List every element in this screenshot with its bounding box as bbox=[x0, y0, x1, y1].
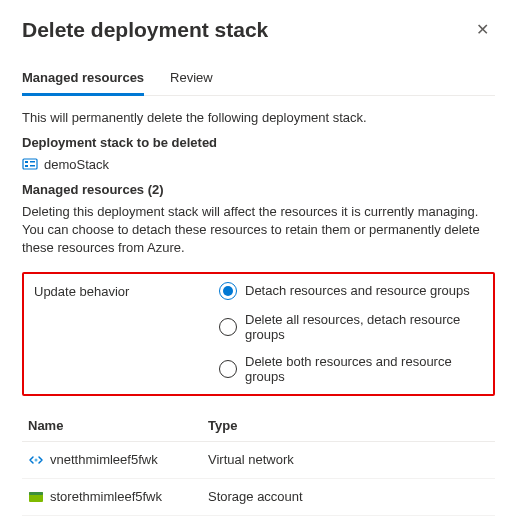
update-behavior-section: Update behavior Detach resources and res… bbox=[22, 272, 495, 396]
resource-name: storethmimleef5fwk bbox=[50, 489, 162, 504]
radio-delete-resources[interactable]: Delete all resources, detach resource gr… bbox=[219, 312, 483, 342]
update-behavior-label: Update behavior bbox=[34, 282, 219, 299]
radio-label: Delete both resources and resource group… bbox=[245, 354, 483, 384]
column-header-type[interactable]: Type bbox=[202, 410, 495, 442]
tab-review[interactable]: Review bbox=[170, 62, 213, 96]
stack-name: demoStack bbox=[44, 157, 109, 172]
svg-rect-2 bbox=[25, 165, 28, 167]
vnet-icon bbox=[28, 452, 44, 468]
stack-icon bbox=[22, 156, 38, 172]
intro-text: This will permanently delete the followi… bbox=[22, 110, 495, 125]
radio-group: Detach resources and resource groups Del… bbox=[219, 282, 483, 384]
resource-type: Storage account bbox=[202, 478, 495, 515]
svg-rect-1 bbox=[25, 161, 28, 163]
radio-icon bbox=[219, 318, 237, 336]
radio-icon bbox=[219, 282, 237, 300]
svg-rect-7 bbox=[29, 492, 43, 495]
page-title: Delete deployment stack bbox=[22, 18, 268, 42]
svg-rect-3 bbox=[30, 161, 35, 163]
description-text: Deleting this deployment stack will affe… bbox=[22, 203, 495, 258]
radio-detach[interactable]: Detach resources and resource groups bbox=[219, 282, 483, 300]
storage-icon bbox=[28, 489, 44, 505]
table-row: storethmimleef5fwk Storage account bbox=[22, 478, 495, 515]
resource-type: Virtual network bbox=[202, 441, 495, 478]
managed-label: Managed resources (2) bbox=[22, 182, 495, 197]
stack-row: demoStack bbox=[22, 156, 495, 172]
delete-label: Deployment stack to be deleted bbox=[22, 135, 495, 150]
radio-label: Delete all resources, detach resource gr… bbox=[245, 312, 483, 342]
radio-label: Detach resources and resource groups bbox=[245, 283, 470, 298]
resource-name: vnetthmimleef5fwk bbox=[50, 452, 158, 467]
svg-rect-4 bbox=[30, 165, 35, 167]
table-row: vnetthmimleef5fwk Virtual network bbox=[22, 441, 495, 478]
resources-table: Name Type vnetthmimleef5fwk Virtual netw… bbox=[22, 410, 495, 516]
close-button[interactable]: ✕ bbox=[470, 18, 495, 41]
radio-delete-both[interactable]: Delete both resources and resource group… bbox=[219, 354, 483, 384]
tabs: Managed resources Review bbox=[22, 62, 495, 96]
svg-point-5 bbox=[35, 458, 38, 461]
radio-icon bbox=[219, 360, 237, 378]
svg-rect-0 bbox=[23, 159, 37, 169]
column-header-name[interactable]: Name bbox=[22, 410, 202, 442]
close-icon: ✕ bbox=[476, 21, 489, 38]
tab-managed-resources[interactable]: Managed resources bbox=[22, 62, 144, 96]
